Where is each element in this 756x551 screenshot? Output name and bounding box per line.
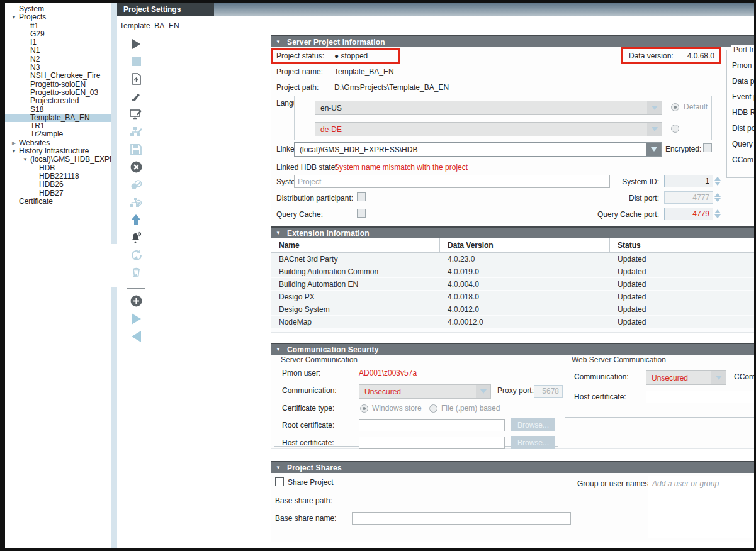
server-communication-dropdown[interactable]: Unsecured — [359, 384, 491, 399]
collapse-icon[interactable]: ▼ — [276, 39, 281, 45]
tab-project-settings[interactable]: Project Settings — [117, 3, 214, 16]
tree-item-hdb221118[interactable]: HDB221118 — [5, 172, 111, 181]
query-cache-checkbox[interactable] — [357, 209, 366, 218]
tree-item-hdb26[interactable]: HDB26 — [5, 181, 111, 189]
collapse-icon[interactable]: ▼ — [20, 155, 30, 164]
tree-item-projects[interactable]: ▼Projects — [5, 13, 111, 21]
secondary-language-radio[interactable] — [671, 125, 679, 133]
license-check-button[interactable] — [129, 179, 143, 191]
tree-item-system[interactable]: System — [5, 5, 111, 13]
tree-item-hdb[interactable]: HDB — [5, 164, 111, 172]
tree-item-ff1[interactable]: ff1 — [5, 22, 111, 30]
tree-item-g29[interactable]: G29 — [5, 30, 111, 38]
stop-project-button[interactable] — [129, 55, 143, 67]
collapse-icon[interactable]: ▼ — [9, 147, 19, 155]
section-header-communication-security[interactable]: ▼ Communication Security — [271, 343, 754, 355]
validate-network-button[interactable] — [129, 196, 143, 208]
root-certificate-browse-button[interactable]: Browse... — [511, 418, 555, 431]
group-user-names-input[interactable] — [648, 476, 754, 538]
expand-icon[interactable]: ▶ — [9, 139, 19, 147]
section-header-extension-information[interactable]: ▼ Extension Information — [271, 226, 754, 238]
system-name-input[interactable] — [294, 175, 610, 188]
distribution-participant-checkbox[interactable] — [357, 192, 366, 201]
proxy-port-spinner[interactable] — [550, 385, 556, 398]
tree-item-i1[interactable]: I1 — [5, 38, 111, 47]
delete-project-button[interactable] — [129, 161, 143, 173]
section-header-project-shares[interactable]: ▼ Project Shares — [271, 461, 754, 473]
chevron-down-icon[interactable] — [476, 385, 490, 398]
column-header-status[interactable]: Status — [610, 238, 754, 252]
previous-project-button[interactable] — [129, 330, 143, 342]
tree-item--local-gms-hdb-express[interactable]: ▼(local)\GMS_HDB_EXPRESS — [5, 155, 111, 164]
host-certificate-input[interactable] — [359, 437, 505, 449]
tree-item-s18[interactable]: S18 — [5, 106, 111, 114]
extension-row[interactable]: Desigo PX4.0.018.0Updated — [271, 291, 754, 303]
project-display-button[interactable] — [129, 108, 143, 120]
restore-project-button[interactable] — [129, 73, 143, 85]
language-primary-dropdown[interactable]: en-US — [315, 101, 662, 115]
chevron-down-icon[interactable] — [646, 143, 661, 156]
system-id-spinner[interactable] — [714, 175, 721, 187]
tree-scrollbar-thumb[interactable] — [111, 244, 117, 287]
engineer-network-button[interactable] — [129, 126, 143, 138]
notifications-button[interactable] — [129, 231, 143, 243]
linked-hdb-dropdown[interactable]: (local)\GMS_HDB_EXPRESS\HDB — [294, 142, 662, 157]
tree-item-template-ba-en[interactable]: Template_BA_EN — [5, 114, 111, 122]
cleanup-button[interactable] — [129, 267, 143, 279]
tree-item-projectcreated[interactable]: Projectcreated — [5, 97, 111, 105]
tree-item-certificate[interactable]: Certificate — [5, 198, 111, 206]
tree-splitter[interactable] — [111, 3, 117, 548]
save-project-button[interactable] — [129, 143, 143, 155]
default-language-radio[interactable] — [671, 103, 679, 111]
history-restore-button[interactable] — [129, 249, 143, 261]
query-cache-port-spinner[interactable] — [714, 208, 721, 220]
dist-port-value[interactable]: 4777 — [664, 191, 713, 204]
host-certificate-browse-button[interactable]: Browse... — [511, 436, 555, 449]
file-pem-radio[interactable] — [429, 404, 437, 413]
column-header-name[interactable]: Name — [271, 238, 440, 252]
query-cache-port-value[interactable]: 4779 — [664, 208, 713, 220]
language-secondary-dropdown[interactable]: de-DE — [315, 122, 662, 136]
project-toolbar — [123, 35, 149, 348]
base-share-name-input[interactable] — [352, 512, 571, 525]
tree-item-nsh-cherokee-fire[interactable]: NSH_Cherokee_Fire — [5, 72, 111, 80]
tree-item-n1[interactable]: N1 — [5, 47, 111, 55]
edit-project-button[interactable] — [129, 91, 143, 103]
tree-item-tr1[interactable]: TR1 — [5, 122, 111, 130]
extension-row[interactable]: Building Automation Common4.0.019.0Updat… — [271, 265, 754, 278]
tree-item-hdb27[interactable]: HDB27 — [5, 189, 111, 198]
add-project-button[interactable] — [129, 295, 143, 307]
extension-row[interactable]: BACnet 3rd Party4.0.23.0Updated — [271, 253, 754, 265]
tree-item-websites[interactable]: ▶Websites — [5, 139, 111, 147]
collapse-icon[interactable]: ▼ — [276, 347, 281, 352]
start-project-button[interactable] — [129, 38, 143, 50]
share-project-checkbox[interactable] — [275, 477, 284, 486]
tree-item-progetto-soloen-03[interactable]: Progetto-soloEN_03 — [5, 89, 111, 97]
windows-store-radio[interactable] — [360, 404, 368, 413]
extension-row[interactable]: Desigo System4.0.012.0Updated — [271, 303, 754, 316]
extension-row[interactable]: NodeMap4.0.0012.0Updated — [271, 316, 754, 328]
encrypted-checkbox[interactable] — [703, 143, 712, 152]
web-communication-dropdown[interactable]: Unsecured — [646, 370, 726, 385]
chevron-down-icon[interactable] — [647, 101, 662, 114]
collapse-icon[interactable]: ▼ — [276, 465, 281, 470]
tree-item-history-infrastructure[interactable]: ▼History Infrastructure — [5, 147, 111, 155]
collapse-icon[interactable]: ▼ — [276, 230, 281, 236]
proxy-port-value[interactable]: 5678 — [534, 385, 563, 398]
chevron-down-icon[interactable] — [711, 371, 726, 384]
web-host-certificate-input[interactable] — [646, 391, 754, 403]
tree-item-n2[interactable]: N2 — [5, 55, 111, 64]
dist-port-spinner[interactable] — [714, 191, 721, 204]
tree-item-tr2simple[interactable]: Tr2simple — [5, 130, 111, 138]
tree-item-progetto-soloen[interactable]: Progetto-soloEN — [5, 81, 111, 89]
upload-project-button[interactable] — [129, 214, 143, 226]
extension-row[interactable]: Building Automation EN4.0.004.0Updated — [271, 278, 754, 291]
chevron-down-icon[interactable] — [647, 123, 662, 136]
collapse-icon[interactable]: ▼ — [9, 13, 19, 21]
column-header-data-version[interactable]: Data Version — [440, 238, 610, 252]
root-certificate-input[interactable] — [359, 419, 505, 431]
section-header-server-project-information[interactable]: ▼ Server Project Information — [271, 35, 754, 47]
next-project-button[interactable] — [129, 313, 143, 325]
system-id-value[interactable]: 1 — [664, 175, 713, 187]
tree-item-n3[interactable]: N3 — [5, 64, 111, 72]
